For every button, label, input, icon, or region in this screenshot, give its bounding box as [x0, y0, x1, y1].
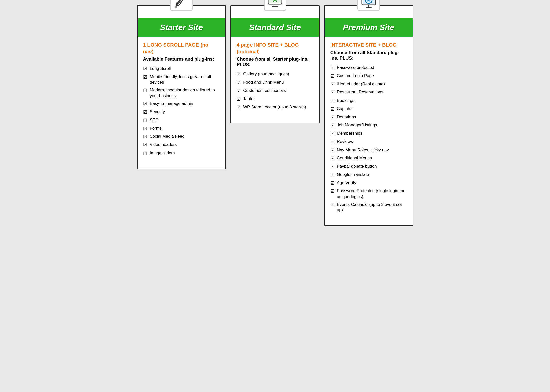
checkmark-icon: ☑ [143, 88, 147, 94]
wordpress-icon: W [357, 0, 380, 11]
feature-item: ☑ Tables [237, 96, 313, 102]
feature-item: ☑ WP Store Locator (up to 3 stores) [237, 104, 313, 111]
card-subtitle-orange: 4 page INFO SITE + BLOG (optional) [237, 42, 313, 55]
feature-text: Password protected [337, 65, 374, 71]
feature-item: ☑ Bookings [330, 98, 407, 104]
feature-item: ☑ Conditional Menus [330, 155, 407, 162]
card-standard: Standard Site 4 page INFO SITE + BLOG (o… [230, 5, 320, 123]
card-subtitle-black: Choose from all Standard plug-ins, PLUS: [330, 50, 407, 61]
checkmark-icon: ☑ [330, 156, 334, 162]
checkmark-icon: ☑ [330, 202, 334, 208]
feature-text: Tables [243, 96, 256, 102]
checkmark-icon: ☑ [330, 180, 334, 186]
checkmark-icon: ☑ [330, 106, 334, 112]
feature-item: ☑ Security [143, 109, 220, 115]
feature-text: Reviews [337, 139, 353, 145]
card-header: Starter Site [138, 18, 225, 37]
card-title: Premium Site [327, 23, 410, 32]
feature-text: Conditional Menus [337, 155, 372, 161]
feature-item: ☑ Image sliders [143, 150, 220, 157]
feature-item: ☑ Nav Menu Roles, sticky nav [330, 147, 407, 154]
feature-list: ☑ Gallery (thumbnail grids) ☑ Food and D… [237, 71, 313, 111]
feature-text: Captcha [337, 106, 353, 112]
feature-item: ☑ Memberships [330, 131, 407, 137]
feature-text: WP Store Locator (up to 3 stores) [243, 104, 306, 110]
checkmark-icon: ☑ [143, 109, 147, 115]
card-starter: Starter Site 1 LONG SCROLL PAGE (no nav)… [137, 5, 226, 169]
checkmark-icon: ☑ [143, 151, 147, 157]
checkmark-icon: ☑ [143, 142, 147, 148]
checkmark-icon: ☑ [330, 98, 334, 104]
checkmark-icon: ☑ [330, 123, 334, 129]
checkmark-icon: ☑ [330, 131, 334, 137]
feature-list: ☑ Long Scroll ☑ Mobile-friendly, looks g… [143, 66, 220, 157]
feature-item: ☑ Google Translate [330, 172, 407, 178]
feature-text: iHomefinder (Real estate) [337, 81, 385, 87]
card-subtitle-orange: INTERACTIVE SITE + BLOG [330, 42, 407, 48]
checkmark-icon: ☑ [143, 101, 147, 107]
svg-rect-15 [366, 7, 372, 8]
feature-text: Custom Login Page [337, 73, 374, 79]
feature-text: Modern, modular design tailored to your … [150, 87, 220, 99]
feature-item: ☑ Age Verify [330, 180, 407, 186]
feature-item: ☑ Forms [143, 126, 220, 132]
feature-text: Donations [337, 114, 356, 120]
feature-text: SEO [150, 117, 159, 123]
checkmark-icon: ☑ [330, 82, 334, 88]
feature-text: Forms [150, 126, 162, 131]
feature-text: Long Scroll [150, 66, 171, 72]
card-subtitle-orange: 1 LONG SCROLL PAGE (no nav) [143, 42, 220, 55]
checkmark-icon: ☑ [143, 126, 147, 132]
feature-item: ☑ Long Scroll [143, 66, 220, 72]
feature-item: ☑ Password protected [330, 65, 407, 71]
feature-item: ☑ Restaurant Reservations [330, 89, 407, 96]
feature-text: Age Verify [337, 180, 356, 186]
checkmark-icon: ☑ [143, 134, 147, 140]
feature-text: Mobile-friendly, looks great on all devi… [150, 74, 220, 85]
feature-item: ☑ Paypal donate button [330, 164, 407, 170]
card-header: Standard Site [231, 18, 319, 37]
card-title: Standard Site [234, 23, 316, 32]
feature-item: ☑ SEO [143, 117, 220, 124]
checkmark-icon: ☑ [330, 148, 334, 154]
feature-list: ☑ Password protected ☑ Custom Login Page… [330, 65, 407, 213]
card-premium: W Premium Site INTERACTIVE SITE + BLOG C… [324, 5, 413, 226]
feature-item: ☑ Food and Drink Menu [237, 80, 313, 86]
checkmark-icon: ☑ [330, 188, 334, 194]
feature-item: ☑ Job Manager/Listings [330, 122, 407, 129]
card-header: Premium Site [325, 18, 413, 37]
feature-item: ☑ Donations [330, 114, 407, 121]
pricing-cards-container: Starter Site 1 LONG SCROLL PAGE (no nav)… [137, 5, 413, 226]
feature-text: Nav Menu Roles, sticky nav [337, 147, 389, 153]
svg-point-25 [366, 2, 367, 3]
feature-text: Bookings [337, 98, 354, 104]
card-subtitle-black: Available Features and plug-ins: [143, 56, 220, 62]
feature-item: ☑ Password Protected (single login, not … [330, 188, 407, 200]
feature-text: Password Protected (single login, not un… [337, 188, 407, 200]
svg-text:W: W [367, 0, 371, 2]
feature-text: Restaurant Reservations [337, 89, 383, 95]
feature-item: ☑ Events Calendar (up to 3 event set up) [330, 202, 407, 213]
feature-text: Job Manager/Listings [337, 122, 377, 128]
checkmark-icon: ☑ [143, 74, 147, 80]
monitor-star-icon [264, 0, 286, 11]
checkmark-icon: ☑ [237, 105, 241, 111]
checkmark-icon: ☑ [330, 73, 334, 79]
checkmark-icon: ☑ [143, 66, 147, 72]
checkmark-icon: ☑ [237, 80, 241, 86]
feature-item: ☑ iHomefinder (Real estate) [330, 81, 407, 88]
feature-text: Customer Testimonials [243, 88, 286, 94]
feature-text: Video headers [150, 142, 177, 148]
feature-item: ☑ Social Media Feed [143, 134, 220, 140]
feature-text: Google Translate [337, 172, 369, 178]
feature-item: ☑ Reviews [330, 139, 407, 145]
checkmark-icon: ☑ [330, 172, 334, 178]
feature-item: ☑ Mobile-friendly, looks great on all de… [143, 74, 220, 85]
feature-item: ☑ Gallery (thumbnail grids) [237, 71, 313, 78]
svg-rect-10 [272, 6, 278, 7]
checkmark-icon: ☑ [330, 115, 334, 121]
checkmark-icon: ☑ [330, 90, 334, 96]
feature-item: ☑ Easy-to-manage admin [143, 101, 220, 107]
svg-rect-8 [269, 0, 281, 3]
card-title: Starter Site [140, 23, 223, 32]
